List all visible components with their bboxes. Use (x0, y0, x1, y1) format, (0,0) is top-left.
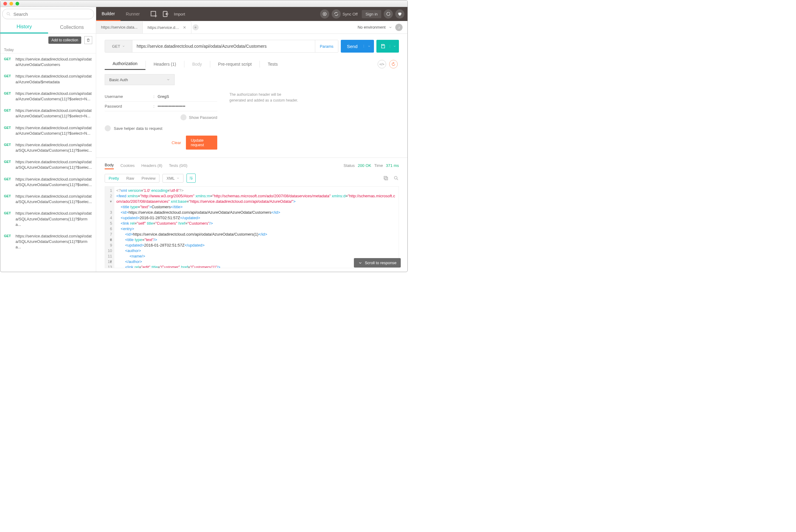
trash-button[interactable] (84, 36, 92, 44)
import-icon[interactable] (162, 10, 170, 18)
update-request-button[interactable]: Update request (186, 136, 217, 150)
auth-type-select[interactable]: Basic Auth (105, 74, 175, 85)
env-vars-icon[interactable]: 𝑥 (395, 24, 402, 31)
add-to-collection-button[interactable]: Add to collection (48, 37, 81, 44)
svg-rect-2 (151, 11, 156, 16)
username-input[interactable] (158, 94, 217, 99)
headers-tab[interactable]: Headers (1) (146, 59, 184, 70)
send-button[interactable]: Send (341, 44, 364, 49)
auth-help-text: The authorization header will begenerate… (230, 92, 342, 103)
reset-icon[interactable] (389, 60, 398, 69)
response-headers-tab[interactable]: Headers (8) (142, 162, 162, 169)
history-item[interactable]: GEThttps://service.datadirectcloud.com/a… (0, 139, 96, 156)
history-url: https://service.datadirectcloud.com/api/… (16, 125, 92, 136)
pretty-view[interactable]: Pretty (105, 174, 123, 183)
history-method: GET (4, 91, 13, 102)
params-button[interactable]: Params (315, 40, 338, 52)
request-tab-1[interactable]: https://service.data...✕ (143, 21, 192, 34)
preview-view[interactable]: Preview (138, 174, 159, 183)
response-cookies-tab[interactable]: Cookies (121, 162, 135, 169)
builder-tab[interactable]: Builder (96, 7, 121, 21)
code-snippet-icon[interactable]: </> (378, 60, 386, 69)
history-url: https://service.datadirectcloud.com/api/… (16, 108, 92, 119)
scroll-to-response-button[interactable]: Scroll to response (354, 258, 401, 267)
history-item[interactable]: GEThttps://service.datadirectcloud.com/a… (0, 54, 96, 71)
import-label[interactable]: Import (174, 12, 185, 16)
add-tab-button[interactable]: ＋ (193, 24, 199, 31)
raw-view[interactable]: Raw (123, 174, 138, 183)
copy-icon[interactable] (383, 175, 388, 181)
history-item[interactable]: GEThttps://service.datadirectcloud.com/a… (0, 122, 96, 139)
body-tab[interactable]: Body (184, 59, 210, 70)
sync-label: Sync Off (343, 12, 358, 16)
collections-tab[interactable]: Collections (48, 21, 96, 34)
svg-point-7 (324, 13, 325, 15)
history-method: GET (4, 125, 13, 136)
history-item[interactable]: GEThttps://service.datadirectcloud.com/a… (0, 88, 96, 105)
interceptor-icon[interactable] (320, 10, 329, 19)
history-item[interactable]: GEThttps://service.datadirectcloud.com/a… (0, 230, 96, 253)
svg-rect-10 (384, 176, 387, 179)
wrap-lines-icon[interactable] (186, 174, 196, 183)
search-input-wrap[interactable] (2, 9, 94, 19)
history-item[interactable]: GEThttps://service.datadirectcloud.com/a… (0, 174, 96, 191)
chevron-down-icon[interactable] (388, 25, 392, 29)
svg-line-1 (9, 15, 10, 16)
svg-point-8 (389, 13, 390, 13)
history-method: GET (4, 108, 13, 119)
response-tests-tab[interactable]: Tests (0/0) (169, 162, 187, 169)
username-label: Username (105, 94, 153, 99)
send-dropdown[interactable] (364, 45, 374, 48)
tests-tab[interactable]: Tests (260, 59, 286, 70)
search-response-icon[interactable] (394, 175, 399, 181)
svg-point-11 (394, 176, 397, 179)
window-close[interactable] (3, 2, 7, 5)
clear-button[interactable]: Clear (171, 140, 181, 145)
status-label: Status (344, 163, 355, 168)
history-item[interactable]: GEThttps://service.datadirectcloud.com/a… (0, 156, 96, 173)
history-url: https://service.datadirectcloud.com/api/… (16, 142, 92, 153)
chevron-down-icon (122, 45, 125, 48)
svg-line-12 (397, 179, 398, 180)
history-item[interactable]: GEThttps://service.datadirectcloud.com/a… (0, 208, 96, 230)
history-item[interactable]: GEThttps://service.datadirectcloud.com/a… (0, 191, 96, 208)
window-minimize[interactable] (10, 2, 13, 5)
history-method: GET (4, 211, 13, 227)
time-value: 371 ms (386, 163, 399, 168)
history-method: GET (4, 57, 13, 68)
url-input[interactable] (132, 40, 315, 52)
sync-icon[interactable] (332, 10, 341, 19)
format-select[interactable]: XML (162, 174, 183, 183)
response-body[interactable]: 12 ▾34567 ▾891011 ▾12131415 ▾16 ▾17 ▾181… (105, 186, 399, 268)
save-helper-checkbox[interactable] (105, 125, 111, 131)
history-url: https://service.datadirectcloud.com/api/… (16, 233, 92, 250)
prerequest-tab[interactable]: Pre-request script (210, 59, 259, 70)
save-helper-label: Save helper data to request (114, 126, 162, 131)
chevron-down-icon (166, 78, 170, 81)
method-select[interactable]: GET (105, 40, 132, 52)
search-icon (6, 12, 11, 16)
new-window-icon[interactable] (150, 10, 158, 18)
close-tab-icon[interactable]: ✕ (183, 25, 186, 30)
settings-icon[interactable] (384, 10, 393, 19)
password-input[interactable] (158, 104, 217, 109)
save-button[interactable] (376, 43, 390, 49)
authorization-tab[interactable]: Authorization (105, 58, 145, 70)
svg-point-0 (7, 13, 10, 15)
history-item[interactable]: GEThttps://service.datadirectcloud.com/a… (0, 105, 96, 122)
signin-button[interactable]: Sign in (362, 10, 381, 18)
response-body-tab[interactable]: Body (105, 162, 114, 169)
history-method: GET (4, 142, 13, 153)
request-tab-0[interactable]: https://service.data... (96, 21, 143, 34)
search-input[interactable] (13, 12, 90, 17)
runner-tab[interactable]: Runner (121, 7, 145, 21)
history-item[interactable]: GEThttps://service.datadirectcloud.com/a… (0, 71, 96, 88)
history-tab[interactable]: History (0, 21, 48, 34)
heart-icon[interactable] (395, 10, 404, 19)
window-zoom[interactable] (16, 2, 19, 5)
environment-select[interactable]: No environment (358, 25, 385, 30)
password-label: Password (105, 104, 153, 109)
save-dropdown[interactable] (390, 45, 399, 48)
show-password-checkbox[interactable] (180, 114, 186, 120)
history-method: GET (4, 194, 13, 205)
